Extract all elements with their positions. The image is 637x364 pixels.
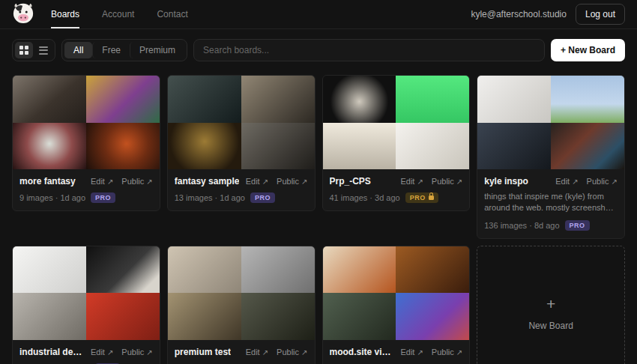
filter-premium[interactable]: Premium — [130, 42, 184, 58]
board-thumbnail — [396, 293, 469, 340]
board-edit-link[interactable]: Edit ↗ — [91, 348, 113, 357]
board-thumbnail — [477, 76, 551, 123]
board-thumbnail — [396, 123, 469, 170]
board-thumbnail — [86, 246, 160, 294]
external-arrow-icon: ↗ — [612, 178, 618, 186]
board-info: more fantasy Edit ↗ Public ↗ 9 images · … — [13, 169, 160, 210]
new-board-card[interactable]: + New Board — [477, 246, 625, 364]
board-preview — [323, 76, 470, 169]
board-title: premium test — [175, 347, 231, 357]
external-arrow-icon: ↗ — [456, 178, 462, 186]
pro-badge: PRO — [250, 192, 275, 203]
board-preview — [168, 246, 315, 340]
grid-icon — [19, 46, 28, 55]
board-thumbnail — [86, 123, 160, 170]
board-title: mood.site video sample gallery — [330, 347, 396, 357]
board-thumbnail — [241, 246, 315, 294]
pro-badge: PRO — [91, 192, 115, 203]
board-edit-link[interactable]: Edit ↗ — [246, 177, 268, 186]
board-public-link[interactable]: Public ↗ — [277, 348, 307, 357]
board-thumbnail — [323, 246, 396, 294]
board-thumbnail — [396, 76, 469, 123]
board-public-link[interactable]: Public ↗ — [121, 348, 152, 357]
new-board-button[interactable]: + New Board — [551, 39, 625, 61]
board-thumbnail — [86, 293, 160, 340]
filter-all[interactable]: All — [64, 42, 92, 58]
logout-button[interactable]: Log out — [576, 4, 625, 25]
nav-tabs: Boards Account Contact — [51, 0, 188, 28]
board-thumbnail — [168, 123, 241, 170]
board-card[interactable]: Prp_-CPS Edit ↗ Public ↗ 41 images · 3d … — [322, 75, 471, 211]
board-thumbnail — [551, 123, 624, 170]
board-edit-link[interactable]: Edit ↗ — [246, 348, 268, 357]
board-card[interactable]: kyle inspo Edit ↗ Public ↗ things that i… — [477, 75, 625, 239]
external-arrow-icon: ↗ — [146, 178, 152, 186]
board-preview — [13, 246, 160, 340]
external-arrow-icon: ↗ — [262, 348, 268, 357]
board-info: kyle inspo Edit ↗ Public ↗ things that i… — [477, 169, 624, 238]
board-edit-link[interactable]: Edit ↗ — [400, 348, 423, 357]
board-info: fantasy sample Edit ↗ Public ↗ 13 images… — [168, 169, 315, 210]
cow-logo-icon — [12, 1, 34, 27]
board-thumbnail — [13, 123, 86, 170]
external-arrow-icon: ↗ — [301, 348, 307, 357]
board-meta: 136 images · 8d ago — [484, 221, 559, 230]
board-public-link[interactable]: Public ↗ — [587, 177, 618, 186]
board-description: things that inspire me (kyle) from aroun… — [484, 191, 618, 214]
board-meta: 41 images · 3d ago — [330, 193, 400, 202]
pro-badge: PRO — [565, 220, 590, 231]
board-title: Prp_-CPS — [330, 176, 371, 186]
board-thumbnail — [168, 76, 241, 123]
board-edit-link[interactable]: Edit ↗ — [400, 177, 423, 186]
board-edit-link[interactable]: Edit ↗ — [555, 177, 578, 186]
lock-icon — [429, 195, 434, 200]
tab-contact[interactable]: Contact — [157, 0, 187, 28]
search-input[interactable] — [193, 39, 545, 61]
board-public-link[interactable]: Public ↗ — [432, 177, 462, 186]
board-preview — [168, 76, 315, 169]
boards-grid: more fantasy Edit ↗ Public ↗ 9 images · … — [12, 75, 625, 364]
top-nav: Boards Account Contact kyle@afterschool.… — [0, 0, 637, 29]
board-info: Prp_-CPS Edit ↗ Public ↗ 41 images · 3d … — [323, 169, 470, 210]
board-card[interactable]: premium test Edit ↗ Public ↗ testing pre… — [167, 246, 316, 364]
board-title: industrial design samples — [19, 347, 86, 357]
board-card[interactable]: industrial design samples Edit ↗ Public … — [12, 246, 160, 364]
external-arrow-icon: ↗ — [146, 348, 152, 357]
board-card[interactable]: more fantasy Edit ↗ Public ↗ 9 images · … — [12, 75, 160, 211]
board-title: kyle inspo — [484, 176, 528, 186]
app-logo[interactable] — [12, 0, 34, 28]
board-preview — [13, 76, 160, 169]
board-info: premium test Edit ↗ Public ↗ testing pre… — [168, 340, 315, 364]
new-board-label: New Board — [528, 321, 573, 331]
filter-free[interactable]: Free — [92, 42, 130, 58]
board-card[interactable]: fantasy sample Edit ↗ Public ↗ 13 images… — [167, 75, 316, 211]
external-arrow-icon: ↗ — [107, 178, 113, 186]
board-thumbnail — [323, 76, 396, 123]
board-edit-link[interactable]: Edit ↗ — [91, 177, 113, 186]
grid-view-button[interactable] — [15, 42, 33, 58]
board-thumbnail — [241, 123, 315, 170]
external-arrow-icon: ↗ — [417, 348, 423, 357]
board-public-link[interactable]: Public ↗ — [121, 177, 152, 186]
board-public-link[interactable]: Public ↗ — [277, 177, 307, 186]
board-card[interactable]: mood.site video sample gallery Edit ↗ Pu… — [322, 246, 471, 364]
tab-account[interactable]: Account — [102, 0, 134, 28]
board-thumbnail — [323, 123, 396, 170]
boards-toolbar: All Free Premium + New Board — [12, 39, 625, 61]
board-info: industrial design samples Edit ↗ Public … — [13, 340, 160, 364]
plus-icon: + — [546, 296, 555, 312]
list-view-button[interactable] — [34, 42, 52, 58]
list-icon — [39, 46, 48, 55]
external-arrow-icon: ↗ — [417, 178, 423, 186]
board-title: fantasy sample — [175, 176, 240, 186]
external-arrow-icon: ↗ — [456, 348, 462, 357]
filter-group: All Free Premium — [61, 39, 187, 61]
board-thumbnail — [396, 246, 469, 294]
board-preview — [477, 76, 624, 169]
board-thumbnail — [86, 76, 160, 123]
board-thumbnail — [13, 76, 86, 123]
tab-boards[interactable]: Boards — [51, 0, 79, 28]
board-title: more fantasy — [19, 176, 76, 186]
board-public-link[interactable]: Public ↗ — [432, 348, 462, 357]
board-thumbnail — [323, 293, 396, 340]
